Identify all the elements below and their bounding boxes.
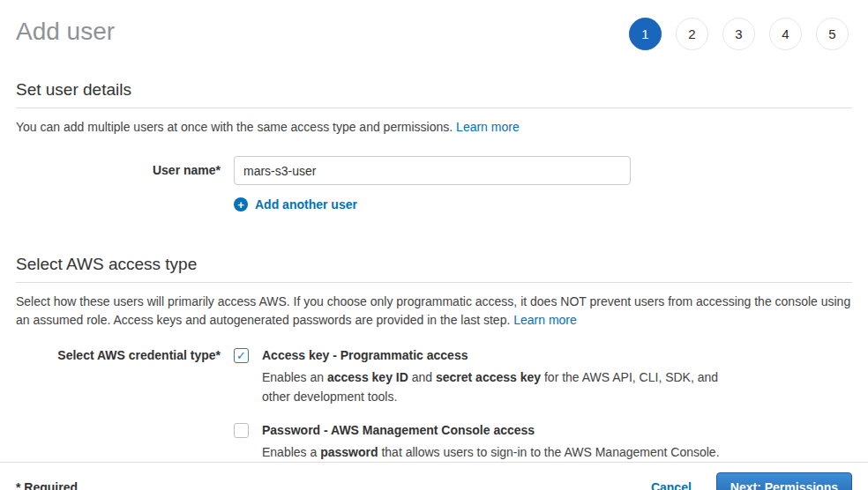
add-user-page: Add user 1 2 3 4 5 Set user details You …: [0, 0, 868, 490]
learn-more-link-user-details[interactable]: Learn more: [456, 120, 520, 134]
access-key-checkbox[interactable]: [234, 348, 249, 363]
access-type-description-text: Select how these users will primarily ac…: [16, 294, 850, 327]
access-key-option-title: Access key - Programmatic access: [262, 347, 734, 364]
access-key-desc-text: Enables an: [262, 370, 327, 384]
option-password: Password - AWS Management Console access…: [234, 422, 734, 462]
password-option-body: Password - AWS Management Console access…: [262, 422, 720, 462]
password-option-description: Enables a password that allows users to …: [262, 442, 720, 462]
access-key-desc-text: and: [408, 370, 436, 384]
wizard-footer: * Required Cancel Next: Permissions: [0, 462, 868, 490]
username-label: User name*: [16, 156, 221, 185]
credential-type-row: Select AWS credential type* Access key -…: [16, 347, 852, 462]
user-details-description: You can add multiple users at once with …: [16, 118, 852, 137]
password-option-title: Password - AWS Management Console access: [262, 422, 720, 439]
wizard-step-3: 3: [722, 18, 755, 50]
credential-options: Access key - Programmatic access Enables…: [234, 347, 734, 462]
page-content: Add user 1 2 3 4 5 Set user details You …: [0, 0, 868, 462]
add-another-user-button[interactable]: + Add another user: [234, 197, 852, 212]
access-key-desc-bold: access key ID: [327, 370, 408, 384]
password-desc-text: Enables a: [262, 445, 320, 459]
page-header: Add user 1 2 3 4 5: [16, 0, 852, 50]
wizard-steps: 1 2 3 4 5: [629, 14, 852, 50]
next-permissions-button[interactable]: Next: Permissions: [716, 472, 852, 490]
add-another-user-label: Add another user: [255, 197, 357, 212]
access-key-desc-bold: secret access key: [436, 370, 541, 384]
option-access-key: Access key - Programmatic access Enables…: [234, 347, 734, 406]
user-details-description-text: You can add multiple users at once with …: [16, 120, 456, 134]
section-heading-user-details: Set user details: [16, 80, 852, 108]
wizard-step-1: 1: [629, 18, 662, 50]
password-desc-text: that allows users to sign-in to the AWS …: [378, 445, 720, 459]
credential-type-label: Select AWS credential type*: [16, 347, 221, 462]
password-checkbox[interactable]: [234, 423, 249, 438]
wizard-step-2: 2: [676, 18, 708, 50]
plus-circle-icon: +: [234, 197, 248, 212]
footer-actions: Cancel Next: Permissions: [651, 472, 852, 490]
cancel-button[interactable]: Cancel: [651, 480, 692, 490]
page-title: Add user: [16, 14, 115, 49]
learn-more-link-access-type[interactable]: Learn more: [513, 313, 577, 327]
access-key-option-description: Enables an access key ID and secret acce…: [262, 368, 734, 406]
username-row: User name*: [16, 156, 852, 185]
password-desc-bold: password: [320, 445, 378, 459]
wizard-step-4: 4: [769, 18, 802, 50]
section-heading-access-type: Select AWS access type: [16, 255, 852, 283]
access-type-description: Select how these users will primarily ac…: [16, 293, 852, 330]
access-key-option-body: Access key - Programmatic access Enables…: [262, 347, 734, 406]
wizard-step-5: 5: [816, 18, 849, 50]
username-input[interactable]: [234, 156, 631, 185]
required-note: * Required: [16, 480, 78, 490]
